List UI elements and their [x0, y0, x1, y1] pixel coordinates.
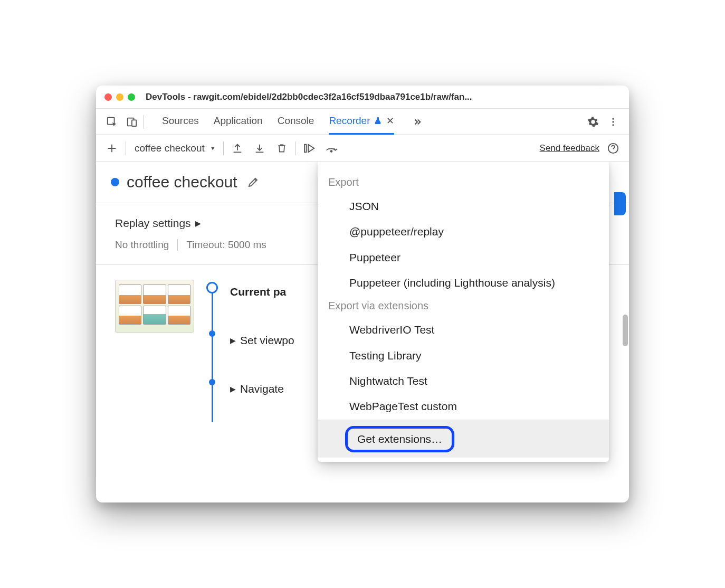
export-section-label: Export	[318, 172, 609, 194]
close-tab-icon[interactable]: ✕	[386, 115, 394, 127]
help-icon[interactable]	[605, 140, 622, 157]
new-recording-button[interactable]	[103, 140, 120, 157]
svg-point-3	[612, 118, 614, 119]
window-title: DevTools - rawgit.com/ebidel/2d2bb0cdec3…	[146, 92, 621, 102]
tab-recorder[interactable]: Recorder ✕	[329, 109, 394, 135]
minimize-window-button[interactable]	[116, 93, 123, 101]
edit-title-icon[interactable]	[245, 174, 262, 191]
panel-tabs-bar: Sources Application Console Recorder ✕	[96, 109, 629, 135]
timeout-value: Timeout: 5000 ms	[186, 239, 266, 251]
divider	[144, 115, 144, 129]
step-over-button[interactable]	[323, 140, 340, 157]
maximize-window-button[interactable]	[128, 93, 135, 101]
chevron-down-icon: ▾	[211, 144, 215, 152]
tab-label: Application	[214, 115, 263, 127]
more-tabs-icon[interactable]	[409, 113, 426, 130]
get-extensions-label: Get extensions…	[357, 433, 442, 445]
export-testing-library-item[interactable]: Testing Library	[318, 343, 609, 368]
inspect-element-icon[interactable]	[103, 113, 120, 130]
settings-gear-icon[interactable]	[585, 113, 602, 130]
divider	[177, 239, 178, 251]
recording-title: coffee checkout	[127, 173, 237, 191]
step-replay-button[interactable]	[301, 140, 318, 157]
tab-label: Recorder	[329, 115, 370, 127]
recorder-content: coffee checkout Replay settings ▶ No thr…	[96, 162, 629, 502]
export-nightwatch-item[interactable]: Nightwatch Test	[318, 368, 609, 394]
svg-point-7	[330, 150, 332, 152]
close-window-button[interactable]	[104, 93, 112, 101]
export-webpagetest-item[interactable]: WebPageTest custom	[318, 394, 609, 419]
tab-console[interactable]: Console	[278, 109, 314, 135]
chevron-right-icon: ▶	[230, 336, 236, 345]
traffic-lights	[104, 93, 135, 101]
page-thumbnail	[115, 280, 194, 333]
recorder-toolbar: coffee checkout ▾ Send feedback	[96, 135, 629, 162]
step-label: Current pa	[230, 286, 286, 298]
kebab-menu-icon[interactable]	[605, 113, 622, 130]
divider	[295, 141, 296, 155]
replay-button[interactable]	[614, 192, 626, 215]
devtools-window: DevTools - rawgit.com/ebidel/2d2bb0cdec3…	[96, 86, 629, 502]
export-button[interactable]	[229, 140, 246, 157]
flask-icon	[374, 117, 382, 125]
tab-label: Sources	[162, 115, 199, 127]
tab-label: Console	[278, 115, 314, 127]
title-bar: DevTools - rawgit.com/ebidel/2d2bb0cdec3…	[96, 86, 629, 109]
tab-sources[interactable]: Sources	[162, 109, 199, 135]
chevron-right-icon: ▶	[230, 385, 236, 393]
replay-settings-label: Replay settings	[115, 217, 191, 230]
recording-selector-label: coffee checkout	[135, 143, 205, 154]
chevron-right-icon: ▶	[195, 219, 201, 227]
recording-status-dot	[111, 178, 119, 186]
export-json-item[interactable]: JSON	[318, 194, 609, 219]
export-dropdown: Export JSON @puppeteer/replay Puppeteer …	[318, 162, 609, 462]
throttling-value: No throttling	[115, 239, 169, 251]
delete-button[interactable]	[273, 140, 290, 157]
device-toggle-icon[interactable]	[123, 113, 140, 130]
recording-selector[interactable]: coffee checkout ▾	[131, 143, 218, 154]
export-puppeteer-lighthouse-item[interactable]: Puppeteer (including Lighthouse analysis…	[318, 270, 609, 296]
svg-point-5	[612, 124, 614, 126]
get-extensions-item[interactable]: Get extensions…	[318, 420, 609, 458]
svg-rect-6	[304, 144, 307, 152]
get-extensions-highlight: Get extensions…	[345, 426, 454, 452]
export-webdriverio-item[interactable]: WebdriverIO Test	[318, 317, 609, 343]
step-label: Navigate	[240, 383, 284, 395]
export-puppeteer-replay-item[interactable]: @puppeteer/replay	[318, 219, 609, 244]
svg-rect-2	[132, 120, 136, 126]
import-button[interactable]	[251, 140, 268, 157]
step-label: Set viewpo	[240, 334, 294, 347]
export-puppeteer-item[interactable]: Puppeteer	[318, 245, 609, 270]
divider	[223, 141, 224, 155]
tabs: Sources Application Console Recorder ✕	[162, 109, 426, 135]
export-extensions-section-label: Export via extensions	[318, 296, 609, 317]
divider	[126, 141, 126, 155]
send-feedback-link[interactable]: Send feedback	[540, 143, 599, 154]
svg-point-4	[612, 121, 614, 122]
tab-application[interactable]: Application	[214, 109, 263, 135]
timeline	[205, 280, 220, 401]
